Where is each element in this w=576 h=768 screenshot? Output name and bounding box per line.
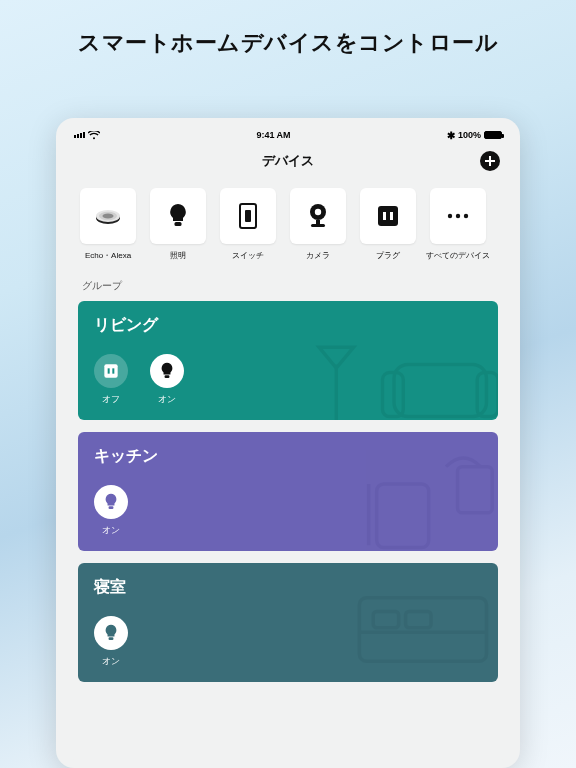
svg-rect-34 xyxy=(109,637,114,640)
hero-title: スマートホームデバイスをコントロール xyxy=(0,0,576,76)
category-label: すべてのデバイス xyxy=(426,250,490,261)
svg-rect-24 xyxy=(112,368,114,373)
device-state-label: オフ xyxy=(102,393,120,406)
group-title: リビング xyxy=(94,315,482,336)
svg-rect-10 xyxy=(311,224,325,227)
svg-rect-22 xyxy=(104,364,117,377)
group-card-living[interactable]: リビング オフ オン xyxy=(78,301,498,420)
screen: 9:41 AM ✱ 100% デバイス Echo・Alexa xyxy=(64,126,512,760)
device-bulb-on[interactable]: オン xyxy=(94,485,128,537)
svg-point-3 xyxy=(103,214,114,219)
svg-rect-12 xyxy=(383,212,386,220)
plug-icon xyxy=(373,201,403,231)
category-label: Echo・Alexa xyxy=(85,250,131,261)
plug-icon xyxy=(94,354,128,388)
group-card-kitchen[interactable]: キッチン オン xyxy=(78,432,498,551)
group-card-bedroom[interactable]: 寝室 オン xyxy=(78,563,498,682)
plus-icon xyxy=(484,155,496,167)
category-all[interactable]: すべてのデバイス xyxy=(428,188,488,261)
svg-rect-13 xyxy=(390,212,393,220)
bulb-icon xyxy=(163,201,193,231)
signal-icon xyxy=(74,132,85,138)
nav-bar: デバイス xyxy=(64,144,512,178)
status-time: 9:41 AM xyxy=(256,130,290,140)
groups-section-label: グループ xyxy=(64,265,512,301)
add-button[interactable] xyxy=(480,151,500,171)
svg-point-16 xyxy=(464,214,468,218)
battery-pct: 100% xyxy=(458,130,481,140)
page-title: デバイス xyxy=(262,152,314,170)
battery-icon xyxy=(484,131,502,139)
bluetooth-icon: ✱ xyxy=(447,130,455,141)
svg-rect-6 xyxy=(245,210,251,222)
echo-icon xyxy=(93,201,123,231)
svg-rect-29 xyxy=(109,506,114,509)
device-state-label: オン xyxy=(102,655,120,668)
svg-rect-23 xyxy=(108,368,110,373)
svg-rect-25 xyxy=(165,375,170,378)
wifi-icon xyxy=(88,131,100,140)
device-bulb-on[interactable]: オン xyxy=(150,354,184,406)
category-switch[interactable]: スイッチ xyxy=(218,188,278,261)
svg-point-14 xyxy=(448,214,452,218)
svg-rect-11 xyxy=(378,206,398,226)
group-title: 寝室 xyxy=(94,577,482,598)
camera-icon xyxy=(303,201,333,231)
category-camera[interactable]: カメラ xyxy=(288,188,348,261)
more-icon xyxy=(443,201,473,231)
device-state-label: オン xyxy=(102,524,120,537)
group-title: キッチン xyxy=(94,446,482,467)
category-row: Echo・Alexa 照明 スイッチ カメラ xyxy=(64,178,512,265)
svg-point-15 xyxy=(456,214,460,218)
groups-list: リビング オフ オン xyxy=(64,301,512,682)
category-label: 照明 xyxy=(170,250,186,261)
device-bulb-on[interactable]: オン xyxy=(94,616,128,668)
device-state-label: オン xyxy=(158,393,176,406)
switch-icon xyxy=(233,201,263,231)
category-plug[interactable]: プラグ xyxy=(358,188,418,261)
category-label: プラグ xyxy=(376,250,400,261)
tablet-frame: 9:41 AM ✱ 100% デバイス Echo・Alexa xyxy=(56,118,520,768)
category-label: スイッチ xyxy=(232,250,264,261)
bulb-icon xyxy=(94,485,128,519)
status-bar: 9:41 AM ✱ 100% xyxy=(64,126,512,144)
svg-rect-4 xyxy=(175,222,182,226)
device-plug-off[interactable]: オフ xyxy=(94,354,128,406)
bulb-icon xyxy=(94,616,128,650)
category-echo[interactable]: Echo・Alexa xyxy=(78,188,138,261)
svg-point-8 xyxy=(315,209,321,215)
bulb-icon xyxy=(150,354,184,388)
category-label: カメラ xyxy=(306,250,330,261)
svg-rect-9 xyxy=(316,220,320,224)
category-light[interactable]: 照明 xyxy=(148,188,208,261)
